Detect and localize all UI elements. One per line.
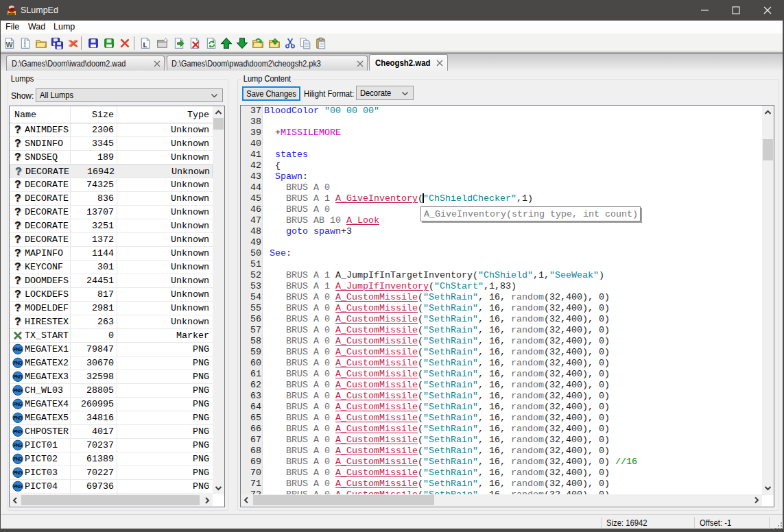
svg-text:W: W <box>6 40 14 49</box>
svg-text:L: L <box>143 41 147 49</box>
